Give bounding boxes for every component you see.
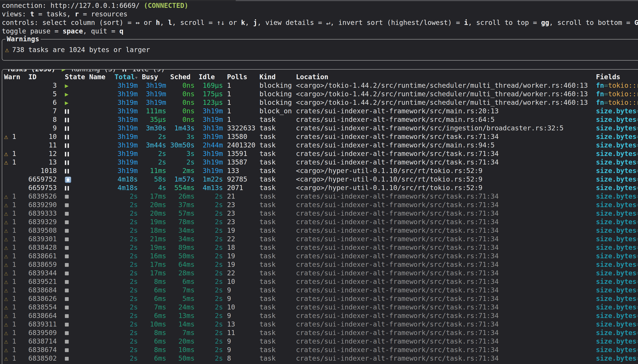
- task-row[interactable]: ⚠ 168395092s8ms7ms2s11taskcrates/sui-ind…: [4, 328, 638, 337]
- cell-state: [61, 150, 89, 158]
- task-row[interactable]: ⚠ 168393112s10ms14ms2s13taskcrates/sui-i…: [4, 320, 638, 328]
- text-segment: = resources: [79, 10, 128, 18]
- cell-kind: task: [260, 294, 296, 303]
- column-header-sched[interactable]: Sched: [170, 73, 198, 81]
- cell-polls: 19: [227, 226, 259, 235]
- task-row[interactable]: ⚠ 168385542s7ms24ms2s10taskcrates/sui-in…: [4, 303, 638, 312]
- field-key: size.bytes: [596, 107, 637, 115]
- field-equals: =: [636, 337, 638, 345]
- task-row[interactable]: 5▶3h19m3h19m0ns175µs1blocking<cargo>/tok…: [4, 90, 638, 98]
- task-row[interactable]: 10183h19m11ms2ms3h19m133task<cargo>/hype…: [4, 166, 638, 175]
- cell-location: crates/sui-indexer-alt-framework/src/tas…: [296, 337, 596, 346]
- cell-busy: 17ms: [142, 260, 170, 269]
- cell-id: 6838664: [28, 312, 60, 320]
- cell-idle: 3h19m: [199, 115, 227, 124]
- column-header-loc[interactable]: Location: [296, 73, 596, 81]
- hotkey: t: [30, 10, 34, 18]
- terminal[interactable]: { "colors": { "background": "#232327", "…: [0, 0, 638, 364]
- state-completed-icon: [65, 272, 69, 275]
- task-row[interactable]: ⚠ 168385022s6ms50ms2s8taskcrates/sui-ind…: [4, 354, 638, 363]
- cell-kind: task: [260, 337, 296, 346]
- cell-kind: task: [260, 192, 296, 201]
- task-row[interactable]: ⚠ 168386642s6ms13ms2s9taskcrates/sui-ind…: [4, 312, 638, 320]
- task-row[interactable]: ⚠ 1133h19m2s2s3h19m13587taskcrates/sui-i…: [4, 158, 638, 166]
- task-row[interactable]: 66597534m18s4s554ms4m13s2071task<cargo>/…: [4, 184, 638, 192]
- text-segment: views:: [2, 10, 30, 18]
- cell-state: [61, 201, 89, 209]
- cell-state: [61, 269, 89, 278]
- cell-sched: 20ms: [170, 337, 198, 346]
- column-header-polls[interactable]: Polls: [227, 73, 259, 81]
- task-row[interactable]: 93h19m3m30s1m43s3h13m3322633taskcrates/s…: [4, 124, 638, 132]
- cell-busy: 20ms: [142, 209, 170, 218]
- warning-icon: ⚠: [4, 312, 8, 320]
- state-running-icon: ▶: [65, 82, 68, 89]
- cell-id: 6839311: [28, 320, 60, 328]
- task-row[interactable]: ⚠ 168393292s19ms78ms2s23taskcrates/sui-i…: [4, 218, 638, 226]
- task-row[interactable]: ⚠ 168395212s8ms6ms2s10taskcrates/sui-ind…: [4, 278, 638, 286]
- task-row[interactable]: ⚠ 168393012s21ms34ms2s22taskcrates/sui-i…: [4, 235, 638, 243]
- cell-idle: 2s: [199, 346, 227, 354]
- task-row[interactable]: ⚠ 168395082s18ms34ms2s19taskcrates/sui-i…: [4, 226, 638, 235]
- task-row[interactable]: ⚠ 168393442s17ms28ms2s22taskcrates/sui-i…: [4, 269, 638, 278]
- cell-total: 2s: [114, 252, 142, 260]
- task-row[interactable]: ⚠ 168384282s19ms89ms2s18taskcrates/sui-i…: [4, 243, 638, 252]
- cell-total: 3h19m: [114, 107, 142, 115]
- warning-icon: ⚠: [4, 329, 8, 336]
- cell-idle: 2s: [199, 354, 227, 363]
- task-row[interactable]: ⚠ 168386842s6ms7ms2s9taskcrates/sui-inde…: [4, 286, 638, 294]
- cell-state: [61, 243, 89, 252]
- cell-id: 3: [28, 81, 60, 90]
- column-header-name[interactable]: Name: [89, 73, 113, 81]
- cell-total: 2s: [114, 312, 142, 320]
- task-row[interactable]: 3▶3h19m3h19m0ns169µs1blocking<cargo>/tok…: [4, 81, 638, 90]
- state-completed-icon: [65, 288, 69, 292]
- task-row[interactable]: ⚠ 1103h19m2s3s3h19m13580taskcrates/sui-i…: [4, 132, 638, 141]
- column-header-kind[interactable]: Kind: [260, 73, 296, 81]
- cell-name: [89, 235, 113, 243]
- column-header-warn[interactable]: Warn: [4, 73, 28, 81]
- task-row[interactable]: 6▶3h19m3h19m0ns123µs1blocking<cargo>/tok…: [4, 98, 638, 107]
- task-row[interactable]: ⚠ 168387142s6ms20ms2s9taskcrates/sui-ind…: [4, 337, 638, 346]
- cell-total: 2s: [114, 269, 142, 278]
- cell-warn: [4, 98, 28, 107]
- task-row[interactable]: ⚠ 168386612s16ms50ms2s19taskcrates/sui-i…: [4, 252, 638, 260]
- cell-kind: task: [260, 115, 296, 124]
- task-row[interactable]: ⚠ 1123h19m2s3s3h19m13591taskcrates/sui-i…: [4, 150, 638, 158]
- cell-busy: 35µs: [142, 115, 170, 124]
- cell-busy: 7ms: [142, 303, 170, 312]
- cell-sched: 0ns: [170, 81, 198, 90]
- cell-location: crates/sui-indexer-alt-framework/src/tas…: [296, 226, 596, 235]
- task-row[interactable]: ⚠ 168393332s20ms57ms2s23taskcrates/sui-i…: [4, 209, 638, 218]
- cell-warn: [4, 90, 28, 98]
- column-header-fields[interactable]: Fields: [596, 73, 638, 81]
- cell-sched: 1m57s: [170, 175, 198, 184]
- column-header-idle[interactable]: Idle: [199, 73, 227, 81]
- cell-kind: task: [260, 346, 296, 354]
- state-completed-icon: [65, 263, 69, 267]
- warning-icon: ⚠: [4, 218, 8, 226]
- column-header-id[interactable]: ID: [28, 73, 60, 81]
- task-row[interactable]: ⚠ 168386742s8ms10ms2s9taskcrates/sui-ind…: [4, 346, 638, 354]
- cell-name: [89, 303, 113, 312]
- task-row[interactable]: ⚠ 168386592s17ms64ms2s19taskcrates/sui-i…: [4, 260, 638, 269]
- cell-state: [61, 209, 89, 218]
- task-row[interactable]: 113h19m3m44s30m50s2h44m2401320taskcrates…: [4, 141, 638, 150]
- cell-warn: ⚠ 1: [4, 278, 28, 286]
- task-row[interactable]: 83h19m35µs0ns3h19m1taskcrates/sui-indexe…: [4, 115, 638, 124]
- cell-sched: 37ms: [170, 201, 198, 209]
- cell-sched: 6ms: [170, 278, 198, 286]
- cell-idle: 2s: [199, 226, 227, 235]
- task-row[interactable]: 73h19m111ms0ns3h19m1block_oncrates/sui-i…: [4, 107, 638, 115]
- task-row[interactable]: ⚠ 168386262s6ms5ms2s9taskcrates/sui-inde…: [4, 294, 638, 303]
- state-completed-icon: [65, 357, 69, 361]
- column-header-state[interactable]: State: [61, 73, 89, 81]
- task-row[interactable]: 66597524m18s58s1m57s1m22s92785task<cargo…: [4, 175, 638, 184]
- column-header-total[interactable]: Total▿: [114, 73, 142, 81]
- column-header-busy[interactable]: Busy: [142, 73, 170, 81]
- task-row[interactable]: ⚠ 168395262s17ms26ms2s21taskcrates/sui-i…: [4, 192, 638, 201]
- tasks-panel-title: Tasks (2056) ▶ Running (3) Idle (9): [6, 69, 168, 74]
- task-row[interactable]: ⚠ 168392902s20ms37ms2s23taskcrates/sui-i…: [4, 201, 638, 209]
- cell-total: 2s: [114, 201, 142, 209]
- warnings-panel: Warnings ⚠738 tasks are 1024 bytes or la…: [2, 39, 638, 60]
